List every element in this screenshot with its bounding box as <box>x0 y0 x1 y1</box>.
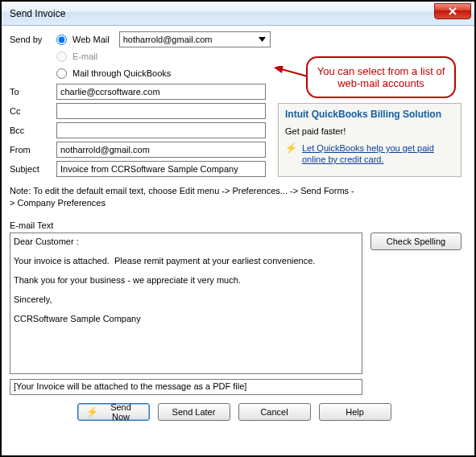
email-body-textarea[interactable] <box>10 233 362 374</box>
send-by-webmail-radio[interactable] <box>56 35 67 45</box>
send-by-webmail-label: Web Mail <box>72 35 110 44</box>
lightning-icon: ⚡ <box>285 142 297 154</box>
send-by-email-radio <box>56 51 67 62</box>
subject-label: Subject <box>10 164 56 174</box>
promo-subtitle: Get paid faster! <box>285 126 454 136</box>
check-spelling-button[interactable]: Check Spelling <box>370 233 462 250</box>
chevron-down-icon <box>256 34 268 45</box>
cc-input[interactable] <box>56 103 266 119</box>
help-button[interactable]: Help <box>319 403 391 421</box>
from-input[interactable] <box>56 142 266 158</box>
webmail-account-dropdown[interactable]: hotharrold@gmail.com <box>119 31 271 47</box>
send-now-label: Send Now <box>101 402 141 422</box>
send-by-label: Send by <box>10 32 56 44</box>
lightning-icon: ⚡ <box>86 406 98 418</box>
to-label: To <box>10 87 56 97</box>
title-bar: Send Invoice <box>2 2 474 26</box>
close-button[interactable] <box>434 3 471 19</box>
send-now-button[interactable]: ⚡ Send Now <box>77 403 150 421</box>
callout-text: You can select from a list of web-mail a… <box>314 65 448 89</box>
send-by-mailqb-radio[interactable] <box>56 68 67 79</box>
promo-panel: Intuit QuickBooks Billing Solution Get p… <box>278 103 462 177</box>
from-label: From <box>10 145 56 154</box>
window-title: Send Invoice <box>10 8 65 19</box>
subject-input[interactable] <box>56 161 266 177</box>
bcc-label: Bcc <box>10 126 56 135</box>
callout-bubble: You can select from a list of web-mail a… <box>306 56 456 98</box>
attachment-note: [Your Invoice will be attached to the me… <box>10 379 362 395</box>
send-by-mailqb-label: Mail through QuickBooks <box>72 68 171 78</box>
bcc-input[interactable] <box>56 122 266 138</box>
email-text-label: E-mail Text <box>10 220 466 230</box>
close-icon <box>448 7 457 15</box>
edit-note: Note: To edit the default email text, ch… <box>10 185 356 209</box>
cc-label: Cc <box>10 106 56 116</box>
send-later-button[interactable]: Send Later <box>158 403 230 421</box>
cancel-button[interactable]: Cancel <box>238 403 311 421</box>
to-input[interactable] <box>56 84 266 100</box>
promo-title: Intuit QuickBooks Billing Solution <box>285 109 454 120</box>
promo-link[interactable]: Let QuickBooks help you get paid online … <box>302 142 454 165</box>
webmail-account-value: hotharrold@gmail.com <box>123 35 213 44</box>
send-by-email-label: E-mail <box>72 51 97 61</box>
